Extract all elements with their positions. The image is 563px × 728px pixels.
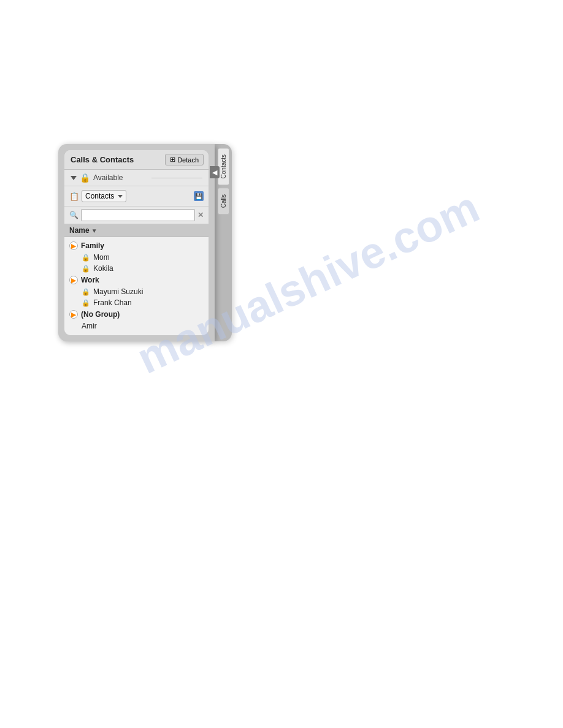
work-group-label: Work bbox=[81, 276, 99, 284]
availability-row[interactable]: 🔒 Available bbox=[64, 170, 209, 186]
search-input[interactable] bbox=[81, 209, 195, 221]
panel-title: Calls & Contacts bbox=[71, 155, 134, 164]
mom-name: Mom bbox=[93, 253, 110, 262]
collapse-arrow-icon: ◀ bbox=[212, 169, 217, 176]
work-expand-symbol: ▶ bbox=[71, 277, 76, 284]
save-button[interactable]: 💾 bbox=[194, 189, 204, 203]
group-family[interactable]: ▶ Family bbox=[64, 240, 209, 252]
mayumi-name: Mayumi Suzuki bbox=[93, 287, 143, 296]
group-work[interactable]: ▶ Work bbox=[64, 274, 209, 286]
family-group-label: Family bbox=[81, 241, 104, 250]
contacts-row: 📋 Contacts 💾 bbox=[64, 186, 209, 207]
amir-name: Amir bbox=[82, 322, 97, 330]
calls-contacts-panel: ◀ Calls & Contacts ⊞ Detach 🔒 Available bbox=[58, 144, 232, 341]
contact-frank[interactable]: 🔒 Frank Chan bbox=[64, 297, 209, 308]
collapse-button[interactable]: ◀ bbox=[210, 166, 220, 178]
panel-main: ◀ Calls & Contacts ⊞ Detach 🔒 Available bbox=[58, 144, 215, 341]
mom-lock-icon: 🔒 bbox=[82, 254, 90, 262]
detach-icon: ⊞ bbox=[170, 156, 175, 164]
contact-mayumi[interactable]: 🔒 Mayumi Suzuki bbox=[64, 286, 209, 297]
contact-mom[interactable]: 🔒 Mom bbox=[64, 252, 209, 263]
nogroup-label: (No Group) bbox=[81, 310, 120, 319]
availability-label: Available bbox=[93, 173, 145, 182]
detach-button[interactable]: ⊞ Detach bbox=[165, 154, 204, 165]
nogroup-expand-symbol: ▶ bbox=[71, 311, 76, 318]
contact-kokila[interactable]: 🔒 Kokila bbox=[64, 263, 209, 274]
save-icon-symbol: 💾 bbox=[195, 193, 202, 200]
availability-lock-icon: 🔒 bbox=[80, 173, 90, 183]
family-expand-symbol: ▶ bbox=[71, 243, 76, 249]
contacts-dropdown-arrow-icon bbox=[118, 195, 123, 198]
search-row: 🔍 ✕ bbox=[64, 207, 209, 224]
kokila-name: Kokila bbox=[93, 264, 113, 273]
title-bar: Calls & Contacts ⊞ Detach bbox=[64, 150, 209, 170]
name-column-header[interactable]: Name ▼ bbox=[64, 224, 209, 237]
save-icon: 💾 bbox=[194, 191, 204, 201]
frank-lock-icon: 🔒 bbox=[82, 299, 90, 307]
contact-list: ▶ Family 🔒 Mom 🔒 Kokila ▶ Wor bbox=[64, 237, 209, 335]
group-nogroup[interactable]: ▶ (No Group) bbox=[64, 308, 209, 320]
mayumi-lock-icon: 🔒 bbox=[82, 288, 90, 296]
detach-label: Detach bbox=[177, 156, 199, 164]
contacts-dropdown-label: Contacts bbox=[85, 192, 114, 200]
contacts-book-icon: 📋 bbox=[69, 192, 79, 201]
frank-name: Frank Chan bbox=[93, 298, 132, 307]
calls-tab[interactable]: Calls bbox=[218, 188, 229, 214]
contact-amir[interactable]: Amir bbox=[64, 320, 209, 332]
contacts-dropdown[interactable]: Contacts bbox=[82, 190, 126, 202]
kokila-lock-icon: 🔒 bbox=[82, 265, 90, 273]
availability-expand-icon bbox=[71, 176, 77, 180]
work-expand-icon[interactable]: ▶ bbox=[69, 276, 78, 284]
family-expand-icon[interactable]: ▶ bbox=[69, 241, 78, 250]
availability-line bbox=[151, 178, 203, 178]
name-header-label: Name bbox=[69, 226, 90, 235]
nogroup-expand-icon[interactable]: ▶ bbox=[69, 310, 78, 319]
search-icon: 🔍 bbox=[69, 211, 79, 219]
sort-arrow-icon: ▼ bbox=[91, 227, 98, 234]
clear-search-button[interactable]: ✕ bbox=[197, 211, 204, 219]
